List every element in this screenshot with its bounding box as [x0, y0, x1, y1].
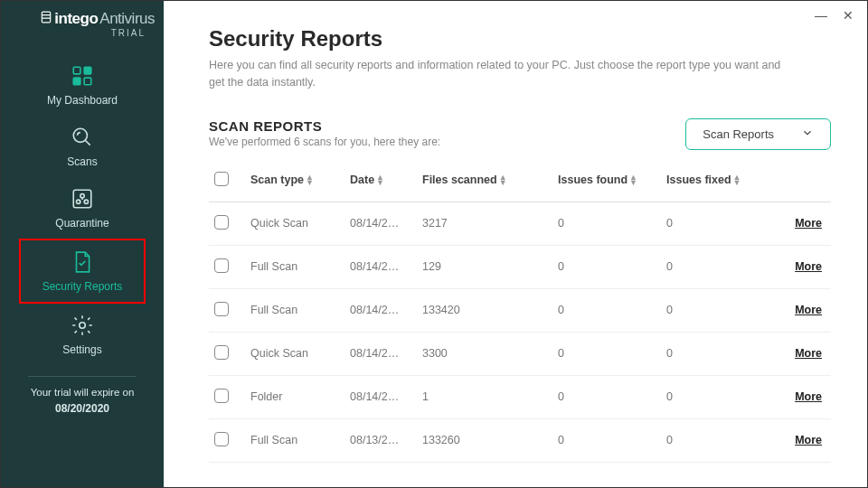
chevron-down-icon: [801, 127, 814, 142]
scan-icon: [70, 125, 95, 150]
row-checkbox[interactable]: [214, 389, 229, 403]
dropdown-selected: Scan Reports: [703, 127, 774, 141]
sort-icon: ▲▼: [376, 175, 384, 185]
minimize-button[interactable]: —: [815, 8, 827, 23]
cell-issues-found: 0: [552, 418, 661, 462]
cell-files-scanned: 129: [417, 245, 552, 288]
svg-rect-1: [73, 67, 80, 74]
col-files-scanned[interactable]: Files scanned▲▼: [417, 163, 552, 202]
page-subtitle: Here you can find all security reports a…: [209, 57, 788, 91]
cell-issues-fixed: 0: [661, 288, 751, 332]
svg-rect-4: [84, 78, 91, 85]
cell-scan-type: Full Scan: [245, 418, 344, 462]
svg-rect-2: [84, 67, 91, 74]
gear-icon: [70, 313, 95, 338]
cell-date: 08/14/2…: [344, 375, 417, 418]
logo: intego Antivirus TRIAL: [1, 10, 164, 38]
table-row: Folder08/14/2…100More: [209, 375, 831, 418]
dashboard-icon: [70, 63, 95, 89]
sidebar-item-dashboard[interactable]: My Dashboard: [19, 54, 146, 116]
sidebar-item-label: Security Reports: [42, 280, 123, 293]
row-checkbox[interactable]: [214, 345, 229, 360]
cell-issues-fixed: 0: [661, 245, 751, 288]
table-row: Full Scan08/14/2…13342000More: [209, 288, 831, 332]
select-all-checkbox[interactable]: [214, 172, 229, 186]
cell-issues-fixed: 0: [661, 418, 751, 462]
cell-scan-type: Quick Scan: [245, 202, 344, 245]
logo-trial-badge: TRIAL: [111, 28, 146, 38]
report-type-dropdown[interactable]: Scan Reports: [685, 118, 831, 150]
section-subtitle: We've performed 6 scans for you, here th…: [209, 136, 440, 148]
report-icon: [70, 249, 95, 275]
svg-point-5: [73, 128, 87, 142]
cell-files-scanned: 133420: [417, 288, 552, 332]
more-link[interactable]: More: [795, 434, 822, 446]
cell-issues-found: 0: [552, 245, 661, 288]
svg-rect-3: [73, 78, 80, 85]
trial-info: Your trial will expire on 08/20/2020: [31, 384, 135, 418]
cell-issues-fixed: 0: [661, 332, 751, 375]
cell-issues-found: 0: [552, 375, 661, 418]
trial-expire-date: 08/20/2020: [31, 400, 135, 418]
sort-icon: ▲▼: [499, 175, 507, 185]
cell-files-scanned: 1: [417, 375, 552, 418]
col-date[interactable]: Date▲▼: [344, 163, 417, 202]
cell-files-scanned: 3217: [417, 202, 552, 245]
cell-issues-found: 0: [552, 332, 661, 375]
cell-date: 08/14/2…: [344, 245, 417, 288]
more-link[interactable]: More: [795, 217, 822, 230]
cell-scan-type: Full Scan: [245, 245, 344, 288]
more-link[interactable]: More: [795, 347, 822, 360]
scan-reports-table: Scan type▲▼ Date▲▼ Files scanned▲▼ Issue…: [209, 163, 831, 463]
sidebar-item-label: My Dashboard: [47, 94, 118, 107]
more-link[interactable]: More: [795, 304, 822, 316]
cell-date: 08/14/2…: [344, 202, 417, 245]
cell-files-scanned: 3300: [417, 332, 552, 375]
svg-point-7: [80, 194, 84, 198]
cell-files-scanned: 133260: [417, 418, 552, 462]
logo-icon: [40, 11, 52, 23]
cell-issues-fixed: 0: [661, 202, 751, 245]
row-checkbox[interactable]: [214, 302, 229, 316]
row-checkbox[interactable]: [214, 432, 229, 446]
cell-scan-type: Quick Scan: [245, 332, 344, 375]
trial-expire-label: Your trial will expire on: [31, 384, 135, 400]
sidebar-item-scans[interactable]: Scans: [19, 116, 146, 177]
cell-scan-type: Full Scan: [245, 288, 344, 332]
sidebar-item-settings[interactable]: Settings: [19, 304, 146, 365]
col-scan-type[interactable]: Scan type▲▼: [245, 163, 344, 202]
sidebar-item-quarantine[interactable]: Quarantine: [19, 177, 146, 239]
window-controls: — ✕: [815, 8, 854, 23]
cell-scan-type: Folder: [245, 375, 344, 418]
cell-issues-found: 0: [552, 288, 661, 332]
table-row: Full Scan08/14/2…12900More: [209, 245, 831, 288]
svg-rect-0: [42, 12, 51, 23]
cell-date: 08/14/2…: [344, 332, 417, 375]
main-content: — ✕ Security Reports Here you can find a…: [164, 1, 867, 487]
sidebar-item-security-reports[interactable]: Security Reports: [19, 239, 146, 304]
logo-text-bold: intego: [54, 10, 98, 28]
quarantine-icon: [70, 186, 95, 211]
sidebar-item-label: Scans: [67, 155, 97, 168]
close-button[interactable]: ✕: [842, 8, 854, 23]
sidebar-item-label: Quarantine: [55, 217, 108, 230]
row-checkbox[interactable]: [214, 258, 229, 273]
cell-date: 08/14/2…: [344, 288, 417, 332]
sidebar: intego Antivirus TRIAL My Dashboard Scan…: [1, 1, 164, 487]
cell-issues-fixed: 0: [661, 375, 751, 418]
col-issues-found[interactable]: Issues found▲▼: [552, 163, 661, 202]
col-issues-fixed[interactable]: Issues fixed▲▼: [661, 163, 751, 202]
more-link[interactable]: More: [795, 390, 822, 403]
table-row: Quick Scan08/14/2…321700More: [209, 202, 831, 245]
logo-text-light: Antivirus: [99, 10, 155, 28]
svg-point-10: [80, 323, 86, 329]
page-title: Security Reports: [209, 26, 831, 52]
sort-icon: ▲▼: [306, 175, 314, 185]
section-title: SCAN REPORTS: [209, 118, 440, 134]
more-link[interactable]: More: [795, 260, 822, 273]
sidebar-divider: [28, 376, 137, 377]
row-checkbox[interactable]: [214, 215, 229, 230]
table-row: Full Scan08/13/2…13326000More: [209, 418, 831, 462]
sort-icon: ▲▼: [733, 175, 741, 185]
cell-issues-found: 0: [552, 202, 661, 245]
